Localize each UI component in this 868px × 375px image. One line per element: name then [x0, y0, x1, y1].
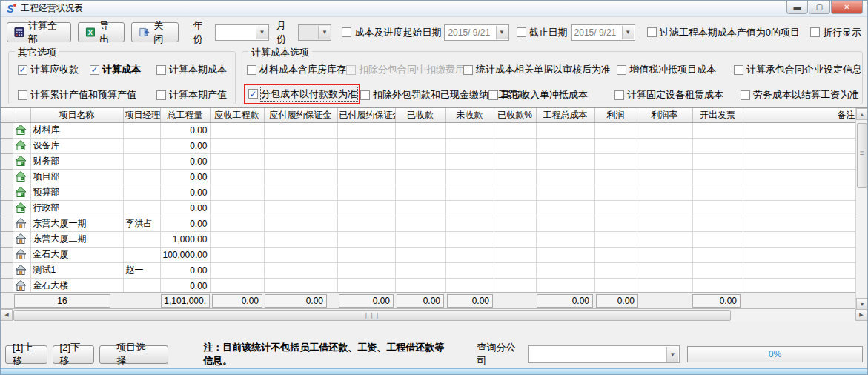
table-row[interactable]: 材料库0.00 [1, 122, 857, 138]
row-selector[interactable] [1, 200, 13, 216]
row-selector[interactable] [1, 278, 13, 293]
checkbox-box[interactable]: ✓ [90, 65, 99, 75]
horizontal-scroll-thumb[interactable]: ❘❘❘ [13, 310, 731, 321]
scroll-right-icon[interactable]: ▶ [855, 309, 867, 321]
column-header-received[interactable]: 已收款 [395, 108, 445, 122]
checkbox-box[interactable]: ✓ [248, 89, 258, 99]
table-row[interactable]: 金石大厦100,000.00 [1, 247, 857, 262]
checkbox-start-date[interactable]: 成本及进度起始日期 [342, 26, 441, 39]
table-row[interactable]: 测试1赵一0.00 [1, 262, 857, 278]
row-selector[interactable] [1, 185, 13, 200]
column-header-receivable[interactable]: 应收工程款 [210, 108, 264, 122]
scroll-down-icon[interactable]: ▼ [856, 298, 868, 310]
move-down-button[interactable]: [2]下移 [53, 345, 95, 364]
end-date-picker[interactable]: 2015/ 9/21▼ [571, 24, 635, 41]
column-header-received_pct[interactable]: 已收款% [494, 108, 536, 122]
vertical-scroll-thumb[interactable] [857, 123, 867, 188]
row-selector[interactable] [1, 247, 13, 262]
table-row[interactable]: 行政部0.00 [1, 200, 857, 216]
table-row[interactable]: 东营大厦二期1,000.00 [1, 231, 857, 247]
chevron-down-icon[interactable]: ▼ [496, 26, 508, 39]
start-date-picker[interactable]: 2015/ 9/21▼ [444, 24, 508, 41]
column-header-icon[interactable] [13, 108, 30, 122]
checkbox-subcontract-cost-by-payment[interactable]: ✓分包成本以付款数为准 [248, 87, 357, 101]
column-header-name[interactable]: 项目名称 [30, 108, 123, 122]
checkbox-calc-current-cost[interactable]: 计算本期成本 [156, 63, 227, 76]
row-selector[interactable] [1, 216, 13, 231]
table-row[interactable]: 项目部0.00 [1, 169, 857, 185]
scroll-left-icon[interactable]: ◀ [1, 309, 13, 321]
checkbox-box[interactable] [734, 65, 743, 75]
calc-all-button[interactable]: 计算全部 [7, 22, 71, 42]
row-selector[interactable] [1, 231, 13, 247]
checkbox-box[interactable] [342, 27, 351, 37]
checkbox-box[interactable] [810, 27, 820, 37]
row-selector[interactable] [1, 122, 13, 138]
checkbox-calc-fixed-equipment-rental[interactable]: 计算固定设备租赁成本 [614, 88, 741, 102]
column-header-qty[interactable]: 总工程量 [160, 108, 210, 122]
checkbox-box[interactable] [488, 90, 498, 100]
column-header-remark[interactable]: 备注 [743, 108, 857, 122]
close-form-button[interactable]: 关闭 [131, 22, 179, 42]
checkbox-vat-offset-project-cost[interactable]: 增值税冲抵项目成本 [617, 63, 734, 76]
checkbox-box[interactable] [647, 27, 657, 37]
checkbox-deduct-outsourcing-fines[interactable]: 扣除外包罚款和已现金缴纳员工罚款 [360, 88, 488, 102]
month-select[interactable]: ▼ [298, 24, 331, 41]
checkbox-box[interactable] [156, 65, 166, 75]
column-header-profit[interactable]: 利润 [594, 108, 637, 122]
checkbox-material-cost-includes-warehouse[interactable]: 材料成本含库房库存 [247, 63, 346, 76]
table-row[interactable]: 财务部0.00 [1, 153, 857, 169]
move-up-button[interactable]: [1]上移 [5, 345, 47, 364]
checkbox-box[interactable] [741, 90, 750, 100]
column-header-invoice[interactable]: 开出发票 [692, 108, 743, 122]
year-select[interactable]: ▼ [215, 24, 269, 41]
checkbox-box[interactable] [18, 90, 27, 100]
checkbox-box[interactable] [247, 65, 256, 75]
checkbox-wrap-display[interactable]: 折行显示 [810, 26, 861, 39]
checkbox-box[interactable] [360, 90, 370, 100]
row-selector[interactable] [1, 153, 13, 169]
chevron-down-icon[interactable]: ▼ [318, 26, 330, 39]
close-button[interactable]: ✕ [831, 1, 863, 14]
checkbox-box[interactable] [614, 90, 624, 100]
checkbox-box[interactable] [156, 90, 166, 100]
checkbox-box[interactable] [617, 65, 626, 75]
checkbox-box[interactable] [517, 27, 526, 37]
checkbox-calc-receivables[interactable]: ✓计算应收款 [18, 63, 90, 76]
table-row[interactable]: 金石大楼0.00 [1, 278, 857, 293]
checkbox-calc-current-output[interactable]: 计算本期产值 [156, 88, 223, 102]
checkbox-box[interactable] [463, 65, 473, 75]
checkbox-calc-contract-enterprise-info[interactable]: 计算承包合同企业设定信息 [734, 63, 862, 76]
checkbox-calc-cumulative-output[interactable]: 计算累计产值和预算产值 [18, 88, 156, 102]
column-header-manager[interactable]: 项目经理 [123, 108, 160, 122]
checkbox-other-income-offset-cost[interactable]: 其它收入单冲抵成本 [488, 88, 614, 102]
column-header-unreceived[interactable]: 未收款 [445, 108, 494, 122]
minimize-button[interactable]: ▬ [786, 1, 808, 14]
chevron-down-icon[interactable]: ▼ [666, 347, 678, 362]
table-row[interactable]: 预算部0.00 [1, 185, 857, 200]
column-header-sel[interactable] [1, 108, 13, 122]
row-selector[interactable] [1, 169, 13, 185]
column-header-paid_bond[interactable]: 已付履约保证金 [337, 108, 395, 122]
column-header-profit_rate[interactable]: 利润率 [637, 108, 692, 122]
horizontal-scrollbar[interactable]: ◀ ❘❘❘ ▶ [1, 309, 867, 322]
column-header-total_cost[interactable]: 工程总成本 [536, 108, 594, 122]
titlebar[interactable]: S 工程经营状况表 ▬ ▢ ✕ [1, 1, 867, 17]
export-button[interactable]: X 导出 [78, 22, 125, 42]
project-select-button[interactable]: 项目选择 [99, 345, 168, 364]
branch-select[interactable]: ▼ [528, 345, 680, 363]
checkbox-stats-cost-docs-after-audit[interactable]: 统计成本相关单据以审核后为准 [463, 63, 617, 76]
chevron-down-icon[interactable]: ▼ [256, 26, 268, 39]
row-selector[interactable] [1, 138, 13, 153]
table-row[interactable]: 东营大厦一期李洪占0.00 [1, 216, 857, 231]
table-row[interactable]: 设备库0.00 [1, 138, 857, 153]
checkbox-filter-zero-projects[interactable]: 过滤工程本期成本产值为0的项目 [647, 26, 800, 39]
checkbox-labor-cost-by-settled-wage[interactable]: 劳务成本以结算工资为准 [741, 88, 859, 102]
maximize-button[interactable]: ▢ [809, 1, 830, 14]
column-header-payable_bond[interactable]: 应付履约保证金 [264, 108, 337, 122]
scroll-up-icon[interactable]: ▲ [856, 108, 868, 120]
vertical-scrollbar[interactable]: ▲ ▼ [855, 108, 867, 310]
row-selector[interactable] [1, 262, 13, 278]
checkbox-end-date[interactable]: 截止日期 [517, 26, 568, 39]
chevron-down-icon[interactable]: ▼ [622, 26, 634, 39]
